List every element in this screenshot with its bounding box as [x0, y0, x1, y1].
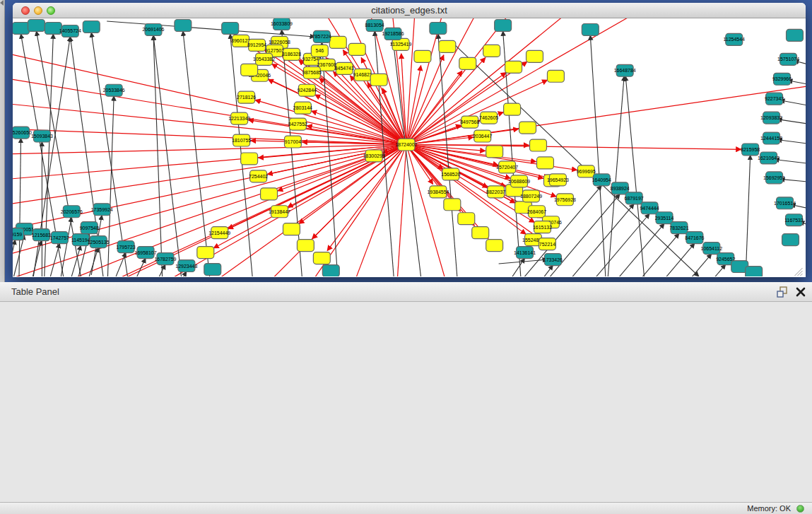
- graph-node[interactable]: [746, 267, 763, 276]
- graph-node[interactable]: 11254544: [723, 33, 745, 45]
- graph-node[interactable]: [504, 103, 521, 115]
- graph-node[interactable]: [483, 45, 500, 57]
- graph-node[interactable]: 19756928: [554, 194, 576, 206]
- graph-node[interactable]: 2935114: [655, 212, 674, 224]
- graph-node[interactable]: [444, 199, 461, 211]
- graph-node[interactable]: [241, 153, 258, 165]
- graph-node[interactable]: 917004: [284, 136, 301, 148]
- graph-node[interactable]: 1640954: [592, 174, 611, 186]
- graph-node[interactable]: [439, 40, 456, 52]
- graph-node[interactable]: 16033809: [271, 18, 293, 30]
- graph-node[interactable]: 15093843: [31, 130, 53, 142]
- graph-node[interactable]: 8186328: [282, 48, 301, 60]
- graph-node[interactable]: 9699695: [577, 165, 596, 177]
- graph-node[interactable]: 2803144: [293, 102, 312, 114]
- graph-node[interactable]: [486, 240, 503, 252]
- graph-node[interactable]: 10543382: [253, 53, 275, 65]
- graph-node[interactable]: 16648784: [614, 64, 636, 76]
- memory-status-icon[interactable]: [796, 505, 804, 513]
- graph-node[interactable]: 18724007: [396, 139, 418, 151]
- graph-node[interactable]: [241, 64, 258, 76]
- graph-node[interactable]: 9146821: [353, 69, 372, 81]
- graph-node[interactable]: [459, 57, 476, 69]
- graph-node[interactable]: [83, 21, 100, 33]
- graph-node[interactable]: [261, 188, 278, 200]
- graph-node[interactable]: 10688609: [508, 175, 530, 187]
- graph-node[interactable]: [313, 252, 330, 264]
- graph-node[interactable]: 1742757: [50, 232, 69, 244]
- graph-node[interactable]: 15751074: [777, 53, 799, 65]
- graph-node[interactable]: 39159: [13, 228, 23, 240]
- graph-node[interactable]: [197, 247, 214, 259]
- graph-node[interactable]: 752214: [539, 238, 555, 250]
- graph-node[interactable]: 12154449: [208, 227, 230, 239]
- graph-node[interactable]: 1733426: [543, 254, 563, 266]
- graph-node[interactable]: 19384554: [427, 186, 449, 198]
- graph-node[interactable]: [329, 36, 346, 48]
- graph-node[interactable]: 546: [311, 45, 328, 57]
- network-canvas[interactable]: 1872400789601238912954182260589127503105…: [13, 18, 806, 276]
- graph-node[interactable]: 8454743: [335, 62, 354, 74]
- graph-node[interactable]: [547, 70, 564, 82]
- graph-node[interactable]: [495, 19, 512, 31]
- graph-node[interactable]: 12213343: [228, 112, 250, 124]
- graph-node[interactable]: 19218586: [382, 28, 404, 40]
- graph-node[interactable]: [348, 43, 365, 55]
- graph-node[interactable]: [322, 265, 339, 276]
- graph-node[interactable]: 8215958: [741, 144, 760, 156]
- graph-node[interactable]: 7832621: [669, 222, 688, 234]
- graph-node[interactable]: [505, 61, 522, 73]
- graph-node[interactable]: 6879197: [625, 192, 644, 204]
- graph-node[interactable]: [222, 22, 239, 34]
- graph-node[interactable]: 9242844: [298, 84, 317, 96]
- graph-node[interactable]: 1215683: [32, 229, 51, 241]
- graph-node[interactable]: [283, 223, 300, 235]
- graph-node[interactable]: 19654923: [547, 174, 569, 186]
- graph-node[interactable]: 15720407: [496, 161, 518, 173]
- graph-node[interactable]: 10654112: [701, 243, 723, 255]
- float-window-icon[interactable]: [776, 286, 790, 298]
- graph-node[interactable]: [414, 50, 431, 62]
- graph-node[interactable]: 1568520: [441, 168, 460, 180]
- panel-collapse-icon[interactable]: [0, 0, 4, 6]
- graph-node[interactable]: 9474444: [640, 202, 659, 214]
- graph-node[interactable]: 25260650: [13, 127, 32, 139]
- graph-node[interactable]: 8427552: [288, 118, 307, 130]
- graph-node[interactable]: 12444158: [760, 132, 782, 144]
- graph-node[interactable]: 17359924: [91, 204, 113, 216]
- graph-node[interactable]: 9329966: [772, 73, 792, 85]
- graph-node[interactable]: 16210643: [758, 152, 779, 164]
- close-panel-icon[interactable]: [794, 286, 807, 298]
- graph-node[interactable]: [526, 50, 543, 62]
- graph-node[interactable]: 1810755: [232, 134, 251, 146]
- canvas-resize-grip[interactable]: [795, 268, 803, 276]
- graph-node[interactable]: [582, 23, 599, 35]
- graph-node[interactable]: 20206576: [61, 206, 83, 218]
- graph-node[interactable]: [537, 157, 554, 169]
- graph-node[interactable]: [175, 19, 192, 31]
- graph-node[interactable]: [458, 213, 475, 225]
- graph-node[interactable]: 8497568: [460, 116, 479, 128]
- graph-node[interactable]: 7857224: [312, 30, 331, 42]
- graph-node[interactable]: 7254402: [249, 170, 268, 182]
- graph-node[interactable]: 12923448: [175, 260, 197, 272]
- graph-node[interactable]: [787, 29, 804, 41]
- graph-node[interactable]: 19138447: [269, 206, 290, 218]
- graph-node[interactable]: [297, 240, 314, 252]
- graph-node[interactable]: 15692951: [763, 172, 785, 184]
- graph-node[interactable]: [430, 22, 447, 34]
- graph-node[interactable]: 1795723: [117, 241, 136, 253]
- graph-node[interactable]: 9097548: [80, 222, 99, 234]
- graph-node[interactable]: 16782759: [154, 253, 176, 265]
- graph-node[interactable]: 2684067: [527, 206, 546, 218]
- graph-node[interactable]: 8813054: [365, 19, 384, 31]
- graph-node[interactable]: 9875685: [302, 66, 322, 78]
- graph-node[interactable]: 9227343: [765, 93, 784, 105]
- graph-node[interactable]: 7462605: [479, 112, 498, 124]
- graph-node[interactable]: 17016514: [774, 197, 796, 209]
- graph-node[interactable]: 2036447: [473, 130, 492, 142]
- graph-node[interactable]: 8822037: [486, 186, 505, 198]
- graph-node[interactable]: 8471676: [685, 232, 704, 244]
- graph-node[interactable]: 14055724: [59, 25, 81, 37]
- graph-node[interactable]: 18300295: [363, 150, 385, 162]
